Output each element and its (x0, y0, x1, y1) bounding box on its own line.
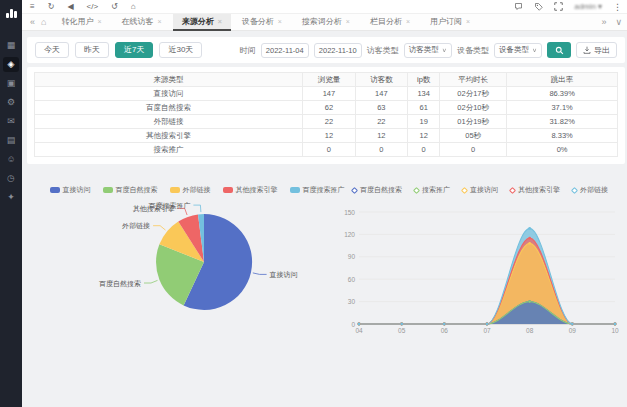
table-cell: 22 (355, 115, 407, 129)
code-icon[interactable]: </> (87, 0, 99, 14)
tab[interactable]: 栏目分析× (361, 14, 419, 31)
table-row[interactable]: 其他搜索引擎12121205秒8.33% (35, 129, 618, 143)
pie-label: 百度搜索推广 (148, 202, 190, 210)
tab-close-icon[interactable]: × (158, 18, 162, 25)
more-menu-icon[interactable]: ⋮ (613, 2, 622, 12)
tab[interactable]: 来源分析× (173, 14, 231, 31)
table-row[interactable]: 搜索推广00000% (35, 143, 618, 157)
legend-item[interactable]: 其他搜索引擎 (510, 185, 560, 195)
sidebar-nav: ▦◈▣⚙✉▤☺◷✦ (3, 38, 19, 205)
data-point[interactable] (358, 323, 361, 326)
download-icon (583, 46, 591, 54)
end-date-input[interactable] (314, 43, 362, 58)
table-cell: 05秒 (440, 129, 507, 143)
legend-label: 直接访问 (63, 185, 91, 195)
data-point[interactable] (400, 323, 403, 326)
nav-media-icon[interactable]: ▣ (3, 76, 19, 91)
tag-icon[interactable] (534, 2, 543, 11)
data-point[interactable] (528, 237, 531, 240)
nav-user-icon[interactable]: ☺ (3, 152, 19, 167)
device-type-select[interactable]: 设备类型 ∨ (494, 43, 542, 58)
fullscreen-icon[interactable] (554, 2, 563, 11)
data-point[interactable] (443, 323, 446, 326)
data-point[interactable] (528, 242, 531, 245)
home-tab-icon[interactable]: ⌂ (41, 17, 46, 27)
tab-label: 来源分析 (182, 16, 214, 27)
legend-item[interactable]: 百度自然搜索 (103, 185, 158, 195)
legend-diamond-marker (413, 186, 420, 193)
nav-tools-icon[interactable]: ✦ (3, 190, 19, 205)
svg-text:07: 07 (483, 327, 491, 334)
quick-range-button[interactable]: 近30天 (159, 42, 202, 58)
data-point[interactable] (528, 300, 531, 303)
legend-diamond-marker (351, 186, 358, 193)
legend-item[interactable]: 直接访问 (462, 185, 498, 195)
legend-label: 直接访问 (470, 185, 498, 195)
top-toolbar: ≡↻◀</>↺⌂ admin ▾ ⋮ (22, 0, 627, 14)
tab-close-icon[interactable]: × (218, 18, 222, 25)
pie-label: 外部链接 (122, 222, 150, 230)
source-pie-chart: 直接访问百度自然搜索外部链接其他搜索引擎百度搜索推广 直接访问百度自然搜索外部链… (27, 184, 335, 348)
tabs-dropdown-icon[interactable]: ∨ (615, 17, 622, 27)
trend-area-chart: 百度自然搜索搜索推广直接访问其他搜索引擎外部链接 030609012015004… (335, 184, 625, 348)
tab[interactable]: 设备分析× (233, 14, 291, 31)
nav-history-icon[interactable]: ◷ (3, 171, 19, 186)
quick-range-button[interactable]: 今天 (35, 42, 69, 58)
tab-close-icon[interactable]: × (406, 18, 410, 25)
tab-close-icon[interactable]: × (346, 18, 350, 25)
table-row[interactable]: 百度自然搜索62636102分10秒37.1% (35, 101, 618, 115)
quick-range-button[interactable]: 昨天 (75, 42, 109, 58)
tab-close-icon[interactable]: × (466, 18, 470, 25)
legend-item[interactable]: 其他搜索引擎 (223, 185, 278, 195)
table-cell: 02分17秒 (440, 87, 507, 101)
nav-message-icon[interactable]: ✉ (3, 114, 19, 129)
table-cell: 12 (355, 129, 407, 143)
column-header: ip数 (408, 73, 440, 87)
table-cell: 8.33% (507, 129, 618, 143)
tab-close-icon[interactable]: × (97, 18, 101, 25)
tab-close-icon[interactable]: × (278, 18, 282, 25)
area-series (359, 238, 615, 324)
table-cell: 01分19秒 (440, 115, 507, 129)
legend-item[interactable]: 百度自然搜索 (352, 185, 402, 195)
app-logo-icon[interactable] (0, 0, 22, 24)
tab[interactable]: 在线访客× (113, 14, 171, 31)
tab[interactable]: 用户订阅× (421, 14, 479, 31)
tab[interactable]: 转化用户× (52, 14, 110, 31)
nav-settings-icon[interactable]: ⚙ (3, 95, 19, 110)
nav-analytics-icon[interactable]: ◈ (3, 57, 19, 72)
nav-dashboard-icon[interactable]: ▦ (3, 38, 19, 53)
start-date-input[interactable] (261, 43, 309, 58)
legend-diamond-marker (509, 186, 516, 193)
share-icon[interactable]: ◀ (67, 0, 73, 14)
toolbar-left-icons: ≡↻◀</>↺⌂ (30, 0, 136, 14)
data-point[interactable] (528, 227, 531, 230)
legend-item[interactable]: 外部链接 (572, 185, 608, 195)
user-menu[interactable]: admin ▾ (574, 2, 602, 11)
legend-item[interactable]: 直接访问 (50, 185, 91, 195)
table-header-row: 来源类型浏览量访客数ip数平均时长跳出率 (35, 73, 618, 87)
nav-report-icon[interactable]: ▤ (3, 133, 19, 148)
comment-icon[interactable] (514, 2, 523, 11)
data-point[interactable] (614, 323, 617, 326)
table-row[interactable]: 外部链接22221901分19秒31.82% (35, 115, 618, 129)
legend-label: 其他搜索引擎 (236, 185, 278, 195)
sync-icon[interactable]: ↺ (111, 0, 118, 14)
visitor-type-select[interactable]: 访客类型 ∨ (404, 43, 452, 58)
table-row[interactable]: 直接访问14714713402分17秒86.39% (35, 87, 618, 101)
table-cell: 61 (408, 101, 440, 115)
legend-item[interactable]: 外部链接 (170, 185, 211, 195)
tabs-expand-icon[interactable]: » (601, 17, 606, 27)
quick-range-button[interactable]: 近7天 (115, 42, 153, 58)
refresh-icon[interactable]: ↻ (48, 0, 55, 14)
search-button[interactable] (547, 42, 571, 58)
legend-item[interactable]: 搜索推广 (414, 185, 450, 195)
menu-icon[interactable]: ≡ (30, 0, 35, 14)
tabs-collapse-icon[interactable]: « (30, 17, 35, 27)
data-point[interactable] (486, 323, 489, 326)
export-button[interactable]: 导出 (576, 42, 617, 58)
home-icon[interactable]: ⌂ (131, 0, 136, 14)
tab[interactable]: 搜索词分析× (293, 14, 359, 31)
table-cell: 0 (303, 143, 355, 157)
data-point[interactable] (571, 323, 574, 326)
